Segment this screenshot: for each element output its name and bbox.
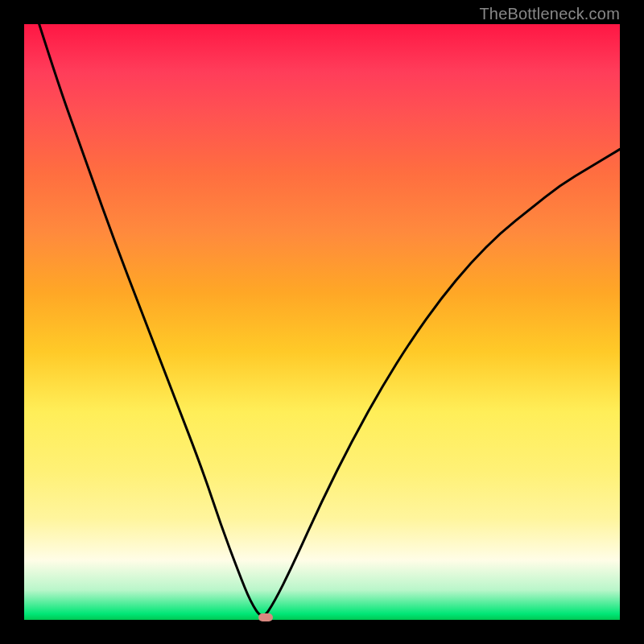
chart-container: TheBottleneck.com	[0, 0, 644, 644]
curve-path	[24, 0, 620, 615]
plot-area	[24, 24, 620, 620]
minimum-marker	[258, 613, 273, 621]
bottleneck-curve	[24, 24, 620, 620]
watermark-text: TheBottleneck.com	[479, 5, 620, 23]
